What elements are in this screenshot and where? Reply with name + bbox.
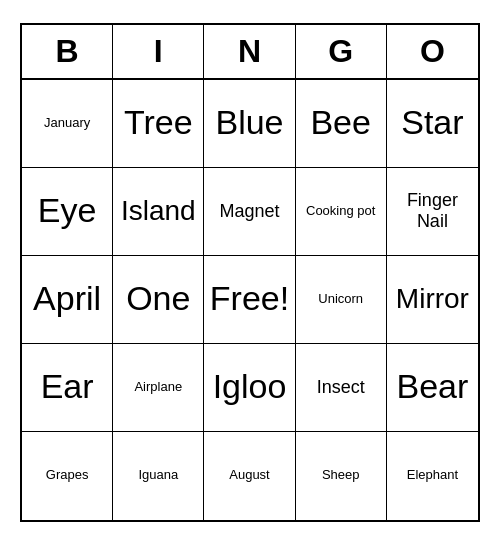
cell-label: Iguana [138,468,178,483]
cell-label: Island [121,195,196,227]
bingo-cell: Finger Nail [387,168,478,256]
bingo-cell: January [22,80,113,168]
bingo-cell: Bee [296,80,387,168]
bingo-cell: Blue [204,80,295,168]
bingo-cell: One [113,256,204,344]
cell-label: Bee [310,103,371,142]
header-letter: N [204,25,295,78]
bingo-cell: Iguana [113,432,204,520]
cell-label: Grapes [46,468,89,483]
bingo-cell: Airplane [113,344,204,432]
cell-label: Eye [38,191,97,230]
bingo-cell: Star [387,80,478,168]
bingo-cell: August [204,432,295,520]
cell-label: Bear [396,367,468,406]
bingo-cell: Ear [22,344,113,432]
cell-label: Finger Nail [391,190,474,231]
cell-label: August [229,468,269,483]
bingo-cell: Insect [296,344,387,432]
cell-label: January [44,116,90,131]
cell-label: Cooking pot [306,204,375,219]
bingo-header: BINGO [22,25,478,80]
bingo-cell: Free! [204,256,295,344]
header-letter: I [113,25,204,78]
cell-label: One [126,279,190,318]
cell-label: April [33,279,101,318]
bingo-grid: JanuaryTreeBlueBeeStarEyeIslandMagnetCoo… [22,80,478,520]
cell-label: Unicorn [318,292,363,307]
bingo-cell: Cooking pot [296,168,387,256]
bingo-cell: Grapes [22,432,113,520]
cell-label: Magnet [219,201,279,222]
cell-label: Free! [210,279,289,318]
cell-label: Insect [317,377,365,398]
bingo-cell: Tree [113,80,204,168]
bingo-cell: Island [113,168,204,256]
cell-label: Blue [215,103,283,142]
cell-label: Elephant [407,468,458,483]
bingo-cell: Mirror [387,256,478,344]
bingo-cell: Eye [22,168,113,256]
bingo-cell: Magnet [204,168,295,256]
bingo-cell: Bear [387,344,478,432]
header-letter: G [296,25,387,78]
cell-label: Airplane [134,380,182,395]
bingo-cell: Elephant [387,432,478,520]
cell-label: Sheep [322,468,360,483]
cell-label: Tree [124,103,193,142]
bingo-cell: Igloo [204,344,295,432]
cell-label: Star [401,103,463,142]
bingo-cell: Sheep [296,432,387,520]
bingo-cell: April [22,256,113,344]
header-letter: B [22,25,113,78]
cell-label: Mirror [396,283,469,315]
header-letter: O [387,25,478,78]
cell-label: Ear [41,367,94,406]
cell-label: Igloo [213,367,287,406]
bingo-cell: Unicorn [296,256,387,344]
bingo-card: BINGO JanuaryTreeBlueBeeStarEyeIslandMag… [20,23,480,522]
